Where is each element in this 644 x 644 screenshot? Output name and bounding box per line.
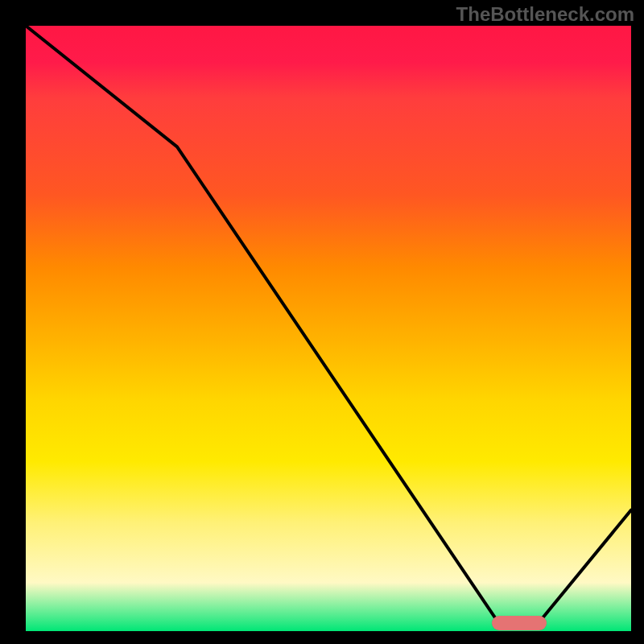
optimal-range-marker: [492, 616, 547, 630]
plot-area: [26, 26, 631, 631]
bottleneck-curve-path: [26, 26, 631, 628]
chart-container: TheBottleneck.com: [0, 0, 644, 644]
curve-svg: [26, 26, 631, 631]
watermark-text: TheBottleneck.com: [456, 3, 634, 26]
